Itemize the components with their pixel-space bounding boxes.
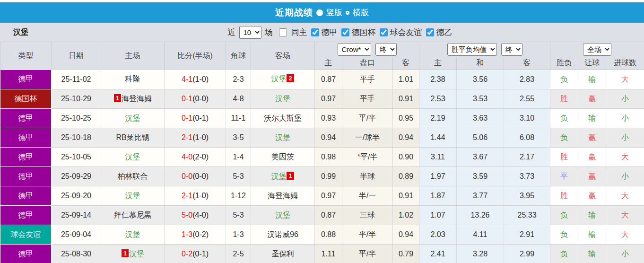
avg-win-cell: 2.53 xyxy=(419,89,457,109)
corner-cell: 4-8 xyxy=(226,89,251,109)
sub-header-avg-draw: 和 xyxy=(457,57,504,70)
league-checkbox-dfb-pokal[interactable] xyxy=(341,28,349,36)
away-team-cell: 汉堡 xyxy=(251,89,315,109)
odds-time-select[interactable]: 终 xyxy=(375,43,397,56)
league-type-badge: 德甲 xyxy=(0,109,52,128)
team-name[interactable]: 汉堡 xyxy=(271,75,286,83)
sub-header-goals-result: 进球数 xyxy=(606,57,644,70)
avg-draw-cell: 3.67 xyxy=(457,148,504,167)
odds-home-cell: 0.98 xyxy=(315,148,342,167)
filter-bar: 汉堡 近 10 场 同主 德甲 德国杯 球会友谊 德乙 xyxy=(0,23,644,42)
team-name[interactable]: 圣保利 xyxy=(271,250,294,258)
col-header-date: 日期 xyxy=(52,42,101,70)
home-team-cell: 科隆 xyxy=(101,70,165,89)
avg-win-cell: 2.38 xyxy=(419,70,457,89)
home-team-cell: 柏林联合 xyxy=(101,167,165,186)
odds-away-cell: 1.02 xyxy=(393,206,419,225)
avg-lose-cell: 2.99 xyxy=(504,245,550,263)
full-time-score: 0-2 xyxy=(182,250,192,258)
sub-header-avg-lose: 客 xyxy=(504,57,550,70)
result-wdl-cell: 负 xyxy=(550,225,578,245)
same-home-label: 同主 xyxy=(291,27,307,38)
team-name[interactable]: 汉堡 xyxy=(275,211,290,219)
league-type-badge: 德甲 xyxy=(0,186,52,206)
team-name[interactable]: 海登海姆 xyxy=(122,95,152,103)
table-row: 德甲25-08-301汉堡0-2(0-1)2-5圣保利1.11平/半0.792.… xyxy=(0,245,644,263)
avg-win-cell: 1.87 xyxy=(419,186,457,206)
league-type-badge: 德甲 xyxy=(0,128,52,148)
match-date: 25-10-25 xyxy=(52,109,101,128)
score-cell: 0-2(0-1) xyxy=(165,245,226,263)
table-row: 德甲25-10-25汉堡0-1(0-1)11-1沃尔夫斯堡0.93平/半0.95… xyxy=(0,109,644,128)
league-checkbox-bundesliga2[interactable] xyxy=(426,28,434,36)
full-time-score: 2-1 xyxy=(182,192,192,200)
team-name[interactable]: RB莱比锡 xyxy=(116,133,149,141)
avg-win-cell: 2.03 xyxy=(419,225,457,245)
team-name[interactable]: 汉堡 xyxy=(275,95,290,103)
layout-horizontal-label[interactable]: 横版 xyxy=(353,7,369,18)
half-time-score: (1-0) xyxy=(192,75,209,83)
result-goals-cell: 小 xyxy=(606,167,644,186)
team-name[interactable]: 汉堡 xyxy=(275,133,290,141)
team-name[interactable]: 汉诺威96 xyxy=(267,230,298,238)
result-wdl-cell: 胜 xyxy=(550,186,578,206)
avg-type-select[interactable]: 胜平负均值 xyxy=(447,43,497,56)
home-team-cell: 汉堡 xyxy=(101,109,165,128)
layout-vertical-radio[interactable] xyxy=(316,9,323,16)
result-goals-cell: 大 xyxy=(606,225,644,245)
league-filter-label[interactable]: 德国杯 xyxy=(352,27,376,38)
team-name[interactable]: 汉堡 xyxy=(129,250,144,258)
league-type-badge: 德甲 xyxy=(0,148,52,167)
league-checkbox-club-friendly[interactable] xyxy=(380,28,388,36)
avg-draw-cell: 3.59 xyxy=(457,167,504,186)
league-filter-label[interactable]: 球会友谊 xyxy=(390,27,422,38)
away-team-cell: 汉堡1 xyxy=(251,167,315,186)
layout-vertical-label[interactable]: 竖版 xyxy=(326,7,342,18)
league-type-badge: 德国杯 xyxy=(0,89,52,109)
avg-win-cell: 1.07 xyxy=(419,206,457,225)
team-name[interactable]: 汉堡 xyxy=(125,192,140,200)
sub-header-avg-win: 主 xyxy=(419,57,457,70)
handicap-cell: 半球 xyxy=(342,167,393,186)
league-checkbox-bundesliga[interactable] xyxy=(311,28,319,36)
score-cell: 5-0(4-0) xyxy=(165,206,226,225)
odds-away-cell: 0.79 xyxy=(393,245,419,263)
result-wdl-cell: 负 xyxy=(550,109,578,128)
table-row: 德甲25-09-20汉堡2-1(1-0)1-12海登海姆0.97半/一0.911… xyxy=(0,186,644,206)
avg-time-select[interactable]: 终 xyxy=(501,43,522,56)
layout-horizontal-radio[interactable] xyxy=(346,11,349,15)
corner-cell: 11-1 xyxy=(226,109,251,128)
team-name[interactable]: 汉堡 xyxy=(125,230,140,238)
avg-win-cell: 1.97 xyxy=(419,167,457,186)
away-team-cell: 汉诺威96 xyxy=(251,225,315,245)
away-team-cell: 汉堡 xyxy=(251,128,315,148)
odds-company-select[interactable]: Crow* xyxy=(338,43,371,56)
team-name[interactable]: 拜仁慕尼黑 xyxy=(114,211,152,219)
half-time-score: (0-1) xyxy=(192,114,209,122)
league-filter-label[interactable]: 德乙 xyxy=(436,27,453,38)
avg-lose-cell: 2.55 xyxy=(504,89,550,109)
odds-away-cell: 0.89 xyxy=(393,167,419,186)
league-filter-label[interactable]: 德甲 xyxy=(322,27,338,38)
scope-select[interactable]: 全场 xyxy=(583,43,611,56)
team-name[interactable]: 海登海姆 xyxy=(268,192,298,200)
match-date: 25-09-20 xyxy=(52,186,101,206)
half-time-score: (0-0) xyxy=(192,172,209,180)
col-header-home: 主场 xyxy=(101,42,165,70)
match-date: 25-09-29 xyxy=(52,167,101,186)
table-header: 类型 日期 主场 比分(半场) 角球 客场 Crow* 终 胜平负均值 终 全场 xyxy=(0,42,644,70)
team-name[interactable]: 美因茨 xyxy=(271,153,294,161)
match-count-select[interactable]: 10 xyxy=(239,26,261,39)
team-name[interactable]: 汉堡 xyxy=(125,114,140,122)
team-name[interactable]: 科隆 xyxy=(125,75,140,83)
team-name[interactable]: 汉堡 xyxy=(125,153,140,161)
score-cell: 1-3(0-2) xyxy=(165,225,226,245)
same-home-checkbox[interactable] xyxy=(279,28,287,36)
team-name[interactable]: 汉堡 xyxy=(271,172,286,180)
corner-cell: 1-12 xyxy=(226,186,251,206)
handicap-cell: 平/半 xyxy=(342,225,393,245)
team-name[interactable]: 沃尔夫斯堡 xyxy=(264,114,302,122)
odds-home-cell: 0.87 xyxy=(315,206,342,225)
score-cell: 2-1(1-0) xyxy=(165,186,226,206)
team-name[interactable]: 柏林联合 xyxy=(118,172,148,180)
